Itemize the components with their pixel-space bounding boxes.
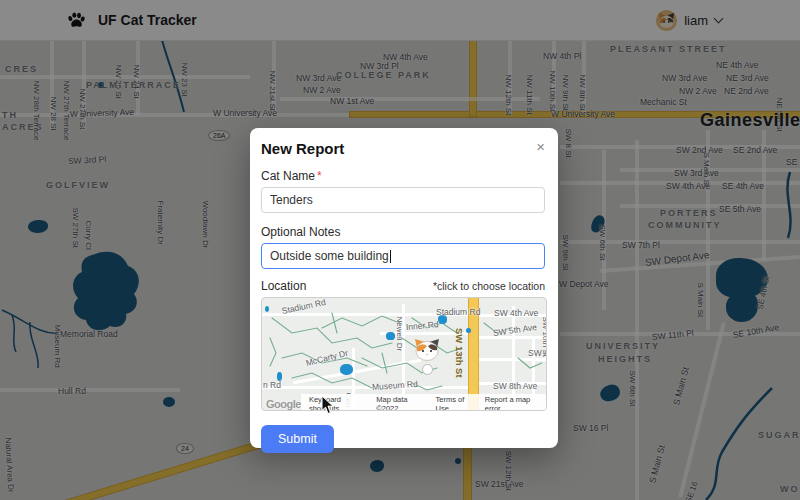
submit-button[interactable]: Submit	[261, 425, 334, 453]
keyboard-shortcuts-link[interactable]: Keyboard shortcuts	[309, 395, 366, 411]
google-logo[interactable]: Google	[266, 398, 301, 410]
text-caret	[390, 250, 391, 263]
terms-link[interactable]: Terms of Use	[436, 395, 475, 411]
mini-highway-label: SW 13th St	[454, 328, 465, 378]
notes-input[interactable]: Outside some building	[261, 243, 545, 269]
report-error-link[interactable]: Report a map error	[485, 395, 541, 411]
mini-street-label: SW 10th St	[541, 317, 548, 357]
location-picker-map[interactable]: SW 13th St Stadium RdStadium RdSW 4th Av…	[261, 297, 547, 411]
cat-location-marker[interactable]	[414, 338, 440, 375]
cat-name-input[interactable]: Tenders	[261, 187, 545, 213]
close-icon[interactable]: ×	[536, 140, 545, 153]
mini-street-label: SW 4th Ave	[494, 308, 538, 318]
notes-value: Outside some building	[270, 249, 389, 263]
location-hint: *click to choose location	[433, 280, 545, 292]
mini-street-label: Newell Dr	[395, 317, 404, 352]
mini-street-label: n Rd	[263, 380, 281, 390]
map-data-text: Map data ©2022	[376, 395, 425, 411]
mini-street-label: SW 8th Ave	[493, 381, 537, 391]
mini-pond	[265, 306, 269, 312]
location-label: Location	[261, 279, 306, 293]
modal-title: New Report	[261, 140, 344, 157]
mini-pond	[340, 364, 353, 375]
mini-pond	[466, 328, 471, 333]
mouse-cursor	[321, 395, 335, 419]
cat-name-value: Tenders	[270, 193, 313, 207]
mini-street-label: Stadium Rd	[436, 307, 480, 317]
marker-pin	[422, 364, 433, 375]
map-attribution: Google Keyboard shortcuts Map data ©2022…	[262, 398, 546, 410]
cat-name-label: Cat Name*	[261, 169, 545, 183]
notes-label: Optional Notes	[261, 225, 545, 239]
required-asterisk: *	[317, 169, 322, 183]
new-report-modal: New Report × Cat Name* Tenders Optional …	[250, 128, 558, 448]
